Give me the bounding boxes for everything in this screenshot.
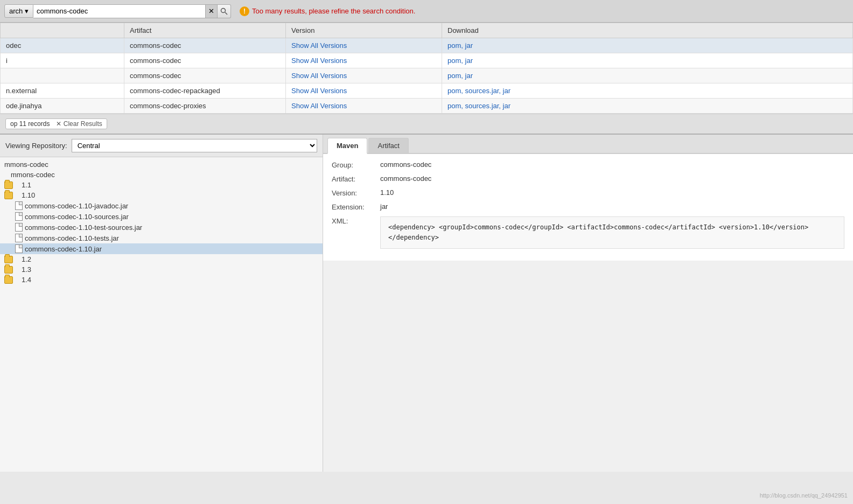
group-label: Group: [332,160,380,169]
table-row: commons-codec Show All Versions pom, jar [1,68,853,83]
search-icon [220,8,228,15]
warning-text: Too many results, please refine the sear… [252,7,416,15]
search-go-button[interactable] [218,4,231,18]
table-cell-download[interactable]: pom, sources.jar, jar [442,99,853,114]
repo-selector: Viewing Repository: Central [0,135,323,157]
tree-file[interactable]: commons-codec-1.10-test-sources.jar [0,222,323,233]
show-all-versions-link[interactable]: Show All Versions [291,57,347,65]
folder-icon [4,276,13,284]
download-link[interactable]: pom, jar [448,41,473,50]
tree-node-label: commons-codec-1.10-tests.jar [25,234,119,242]
table-cell-version[interactable]: Show All Versions [286,68,442,83]
tree-panel: Viewing Repository: Central mmons-codecm… [0,135,323,472]
search-type-button[interactable]: arch ▾ [4,4,33,18]
table-row: ode.jinahya commons-codec-proxies Show A… [1,99,853,114]
xml-row: XML: <dependency> <groupId>commons-codec… [332,216,844,249]
tree-root-artifact[interactable]: mmons-codec [0,170,323,180]
records-badge: op 11 records ✕ Clear Results [5,118,107,129]
show-all-versions-link[interactable]: Show All Versions [291,102,347,110]
bottom-bar: op 11 records ✕ Clear Results [0,114,853,135]
tree-content: mmons-codecmmons-codec1.11.10commons-cod… [0,157,323,287]
tab-artifact[interactable]: Artifact [368,138,408,153]
tree-node-label: 1.4 [22,276,31,284]
tree-node-label: commons-codec-1.10-javadoc.jar [25,202,128,210]
search-clear-button[interactable]: ✕ [206,4,218,18]
col-header-group [1,23,124,38]
tree-file[interactable]: commons-codec-1.10-javadoc.jar [0,200,323,211]
search-input[interactable] [33,4,206,18]
tree-file[interactable]: commons-codec-1.10-tests.jar [0,233,323,243]
tree-folder[interactable]: 1.10 [0,190,323,200]
col-header-version: Version [286,23,442,38]
table-cell-artifact: commons-codec [124,38,286,53]
folder-icon [4,181,13,189]
folder-icon [4,266,13,274]
tree-node-label: 1.10 [22,191,35,199]
table-cell-download[interactable]: pom, jar [442,53,853,68]
col-header-artifact: Artifact [124,23,286,38]
tree-folder[interactable]: 1.4 [0,275,323,285]
main-content: Viewing Repository: Central mmons-codecm… [0,135,853,472]
table-cell-version[interactable]: Show All Versions [286,99,442,114]
results-table-section: Artifact Version Download odec commons-c… [0,23,853,114]
tab-maven[interactable]: Maven [327,138,367,154]
clear-results-button[interactable]: ✕ Clear Results [56,120,102,128]
tree-node-label: 1.3 [22,265,31,274]
repo-select[interactable]: Central [72,139,317,152]
folder-icon [4,192,13,199]
clear-icon: ✕ [208,7,214,15]
folder-icon [4,256,13,263]
table-cell-artifact: commons-codec-proxies [124,99,286,114]
detail-panel: MavenArtifact Group: commons-codec Artif… [323,135,853,472]
col-header-download: Download [442,23,853,38]
tree-folder[interactable]: 1.1 [0,180,323,190]
file-icon [15,201,23,210]
table-row: odec commons-codec Show All Versions pom… [1,38,853,53]
table-cell-download[interactable]: pom, jar [442,38,853,53]
tree-node-label: 1.2 [22,255,31,263]
version-row: Version: 1.10 [332,188,844,197]
version-label: Version: [332,188,380,197]
table-cell-group: ode.jinahya [1,99,124,114]
file-icon [15,234,23,242]
file-icon [15,212,23,221]
group-row: Group: commons-codec [332,160,844,169]
records-text: op 11 records [10,120,50,128]
download-link[interactable]: pom, jar [448,72,473,80]
detail-content: Group: commons-codec Artifact: commons-c… [323,154,853,261]
table-cell-version[interactable]: Show All Versions [286,53,442,68]
show-all-versions-link[interactable]: Show All Versions [291,72,347,80]
tree-node-label: commons-codec-1.10.jar [25,245,102,253]
tree-folder[interactable]: 1.3 [0,264,323,275]
download-link[interactable]: pom, sources.jar, jar [448,102,511,110]
table-cell-group: n.external [1,83,124,99]
version-value: 1.10 [380,188,394,197]
table-row: i commons-codec Show All Versions pom, j… [1,53,853,68]
watermark: http://blog.csdn.net/qq_24942951 [760,492,848,499]
download-link[interactable]: pom, jar [448,57,473,65]
table-cell-version[interactable]: Show All Versions [286,83,442,99]
file-icon [15,223,23,232]
results-table: Artifact Version Download odec commons-c… [0,23,853,114]
tree-root-group[interactable]: mmons-codec [0,159,323,170]
extension-label: Extension: [332,202,380,211]
table-cell-download[interactable]: pom, jar [442,68,853,83]
table-cell-artifact: commons-codec [124,53,286,68]
tree-file[interactable]: commons-codec-1.10-sources.jar [0,211,323,222]
table-cell-artifact: commons-codec-repackaged [124,83,286,99]
table-cell-version[interactable]: Show All Versions [286,38,442,53]
tree-file[interactable]: commons-codec-1.10.jar [0,243,323,254]
artifact-value: commons-codec [380,174,431,183]
table-cell-download[interactable]: pom, sources.jar, jar [442,83,853,99]
tree-folder[interactable]: 1.2 [0,254,323,264]
tree-node-label: commons-codec-1.10-sources.jar [25,213,129,221]
tab-bar: MavenArtifact [323,135,853,154]
show-all-versions-link[interactable]: Show All Versions [291,41,347,50]
results-table-wrapper: Artifact Version Download odec commons-c… [0,23,853,114]
artifact-row: Artifact: commons-codec [332,174,844,183]
repo-label: Viewing Repository: [5,142,67,150]
group-value: commons-codec [380,160,431,169]
download-link[interactable]: pom, sources.jar, jar [448,87,511,95]
table-row: n.external commons-codec-repackaged Show… [1,83,853,99]
show-all-versions-link[interactable]: Show All Versions [291,87,347,95]
